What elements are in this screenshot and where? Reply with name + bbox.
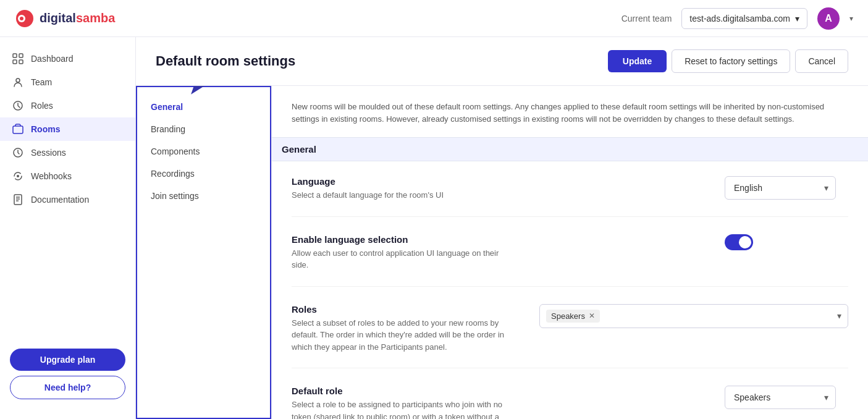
toggle-knob (739, 236, 751, 248)
roles-label: Roles (292, 304, 514, 315)
language-desc: Select a default language for the room's… (292, 189, 444, 201)
svg-point-11 (17, 175, 19, 177)
svg-rect-12 (14, 195, 22, 205)
language-setting-label-group: Language Select a default language for t… (292, 176, 444, 201)
language-label: Language (292, 176, 444, 187)
sidebar-item-roles[interactable]: Roles (0, 94, 135, 117)
enable-language-desc: Allow each user to control application U… (292, 247, 514, 271)
page-header: Default room settings Update Reset to fa… (136, 37, 868, 86)
sidebar-bottom: Upgrade plan Need help? (0, 339, 135, 409)
sidebar-item-label: Webhooks (31, 171, 72, 181)
default-role-desc: Select a role to be assigned to particip… (292, 399, 514, 419)
sidebar-item-dashboard[interactable]: Dashboard (0, 47, 135, 70)
team-selector-chevron-icon: ▾ (795, 14, 799, 23)
sub-nav-item-components[interactable]: Components (136, 140, 271, 163)
avatar-caret-icon[interactable]: ▾ (849, 14, 853, 23)
team-icon (12, 77, 23, 88)
multi-select-chevron-icon: ▾ (837, 311, 841, 321)
sidebar-item-rooms[interactable]: Rooms (0, 117, 135, 141)
sidebar-item-label: Sessions (31, 148, 66, 158)
settings-content: New rooms will be moulded out of these d… (272, 86, 868, 419)
upgrade-plan-button[interactable]: Upgrade plan (10, 349, 125, 371)
default-role-setting-row: Default role Select a role to be assigne… (292, 386, 848, 419)
sidebar-item-label: Roles (31, 101, 53, 111)
roles-setting-row: Roles Select a subset of roles to be add… (292, 304, 848, 369)
update-button[interactable]: Update (608, 50, 667, 72)
sidebar-item-label: Documentation (31, 195, 89, 205)
svg-rect-3 (13, 54, 17, 57)
header-right: Current team test-ads.digitalsamba.com ▾… (622, 7, 853, 30)
main-content: Default room settings Update Reset to fa… (136, 37, 868, 419)
svg-point-2 (20, 17, 23, 20)
dashboard-icon (12, 53, 23, 64)
roles-icon (12, 100, 23, 111)
svg-rect-5 (13, 60, 17, 64)
team-name: test-ads.digitalsamba.com (689, 14, 790, 23)
sessions-icon (12, 147, 23, 158)
default-role-control: Speakers Moderator Attendee (725, 386, 848, 409)
roles-desc: Select a subset of roles to be added to … (292, 317, 514, 353)
sub-nav-item-general[interactable]: General (136, 96, 271, 118)
svg-point-7 (16, 78, 20, 82)
default-role-select[interactable]: Speakers Moderator Attendee (725, 386, 836, 409)
app-layout: digitalsamba Current team test-ads.digit… (0, 0, 868, 419)
cancel-button[interactable]: Cancel (795, 49, 848, 73)
sidebar-item-documentation[interactable]: Documentation (0, 188, 135, 211)
enable-language-setting-row: Enable language selection Allow each use… (292, 234, 848, 287)
enable-language-label-group: Enable language selection Allow each use… (292, 234, 514, 271)
sidebar-item-label: Team (31, 77, 52, 87)
reset-button[interactable]: Reset to factory settings (672, 49, 790, 73)
team-selector[interactable]: test-ads.digitalsamba.com ▾ (681, 8, 807, 29)
sidebar: Dashboard Team (0, 37, 136, 419)
roles-control: Speakers ✕ ▾ (539, 304, 848, 328)
role-tag-speakers: Speakers ✕ (546, 310, 600, 323)
rooms-icon (12, 124, 23, 135)
sub-nav: General Branding Components Recordings J… (136, 86, 272, 419)
sub-nav-item-recordings[interactable]: Recordings (136, 163, 271, 185)
annotation-arrow (173, 86, 284, 92)
language-setting-row: Language Select a default language for t… (292, 176, 848, 217)
need-help-button[interactable]: Need help? (10, 376, 125, 399)
roles-multi-select[interactable]: Speakers ✕ ▾ (539, 304, 848, 328)
section-header: General (272, 137, 868, 161)
roles-label-group: Roles Select a subset of roles to be add… (292, 304, 514, 353)
role-tag-remove[interactable]: ✕ (589, 311, 595, 320)
content-area: General Branding Components Recordings J… (136, 86, 868, 419)
enable-language-toggle[interactable] (725, 234, 753, 250)
documentation-icon (12, 194, 23, 205)
enable-language-label: Enable language selection (292, 234, 514, 245)
sidebar-item-webhooks[interactable]: Webhooks (0, 164, 135, 188)
info-text: New rooms will be moulded out of these d… (292, 101, 848, 125)
webhooks-icon (12, 171, 23, 182)
logo-icon (15, 9, 35, 28)
sidebar-item-label: Dashboard (31, 54, 74, 64)
svg-rect-6 (19, 60, 23, 64)
default-role-label: Default role (292, 386, 514, 396)
current-team-label: Current team (622, 14, 672, 23)
page-title: Default room settings (156, 53, 295, 69)
logo-text: digitalsamba (40, 11, 115, 25)
body: Dashboard Team (0, 37, 868, 419)
svg-rect-4 (19, 54, 23, 57)
sub-nav-item-branding[interactable]: Branding (136, 118, 271, 140)
avatar[interactable]: A (817, 7, 840, 30)
language-select-wrapper: English Spanish French German Portuguese (725, 176, 836, 200)
sub-nav-item-join-settings[interactable]: Join settings (136, 185, 271, 207)
default-role-select-wrapper: Speakers Moderator Attendee (725, 386, 836, 409)
header: digitalsamba Current team test-ads.digit… (0, 0, 868, 37)
svg-rect-9 (13, 126, 23, 133)
sidebar-item-sessions[interactable]: Sessions (0, 141, 135, 164)
language-select[interactable]: English Spanish French German Portuguese (725, 176, 836, 200)
logo: digitalsamba (15, 9, 115, 28)
language-control: English Spanish French German Portuguese (725, 176, 848, 200)
enable-language-control (725, 234, 848, 250)
sidebar-item-label: Rooms (31, 124, 60, 134)
default-role-label-group: Default role Select a role to be assigne… (292, 386, 514, 419)
sidebar-item-team[interactable]: Team (0, 70, 135, 94)
header-actions: Update Reset to factory settings Cancel (608, 49, 848, 73)
